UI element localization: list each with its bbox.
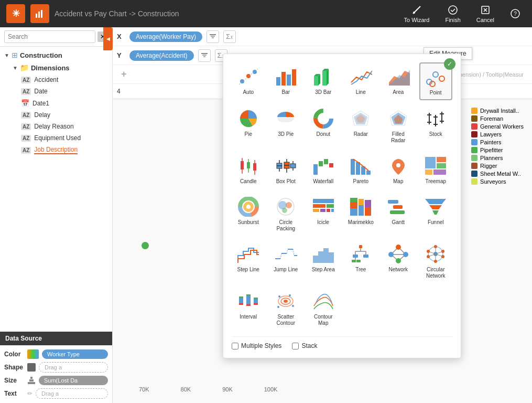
point-label: Point <box>430 90 442 96</box>
search-input[interactable] <box>4 30 95 43</box>
chart-type-treemap[interactable]: Treemap <box>419 152 453 188</box>
tree-section: ▼ ⊞ Construction ▼ 📁 Dimensions AZ Accid… <box>0 47 112 332</box>
svg-rect-100 <box>393 205 403 209</box>
help-button[interactable]: ? <box>505 6 526 21</box>
az-icon: AZ <box>21 135 31 142</box>
chart-type-3dbar[interactable]: 3D Bar <box>307 62 340 100</box>
svg-rect-148 <box>246 294 251 306</box>
svg-rect-75 <box>425 169 432 175</box>
chart-type-interval[interactable]: Interval <box>232 287 265 330</box>
line-icon <box>348 66 373 87</box>
size-pill[interactable]: Sum(Lost Da <box>39 376 108 385</box>
sunburst-icon <box>236 196 261 217</box>
chart-type-stepline[interactable]: Step Line <box>232 240 265 283</box>
wizard-button[interactable]: To Wizard <box>399 3 435 25</box>
shape-pill[interactable]: Drag a <box>39 362 108 373</box>
y-filter-button[interactable] <box>198 49 211 62</box>
steparea-label: Step Area <box>312 267 335 273</box>
svg-rect-0 <box>36 14 37 18</box>
tree-root-construction[interactable]: ▼ ⊞ Construction <box>0 49 112 61</box>
x-formula-button[interactable]: Σ𝑥 <box>223 30 236 43</box>
chart-type-sunburst[interactable]: Sunburst <box>232 193 265 236</box>
size-swatch <box>27 377 36 384</box>
sidebar-item-job-description[interactable]: AZ Job Description <box>17 144 112 156</box>
multiple-styles-checkbox-label[interactable]: Multiple Styles <box>232 342 281 349</box>
sidebar-toggle-button[interactable] <box>103 27 113 50</box>
item-label: Date1 <box>32 100 49 107</box>
chart-type-area[interactable]: Area <box>382 62 415 100</box>
chart-type-3dpie[interactable]: 3D Pie <box>269 104 303 147</box>
chart-type-marimekko[interactable]: Marimekko <box>344 193 378 236</box>
chart-type-pie[interactable]: Pie <box>232 104 265 147</box>
chart-type-icicle[interactable]: Icicle <box>307 193 340 236</box>
chart-type-gantt[interactable]: Gantt <box>382 193 415 236</box>
sidebar-item-date[interactable]: AZ Date <box>17 86 112 97</box>
modal-close-button[interactable]: ✓ <box>444 58 455 70</box>
svg-rect-68 <box>356 162 360 175</box>
search-bar: ✕ <box>0 27 112 47</box>
chart-point <box>142 242 149 249</box>
tree-icon <box>348 243 373 264</box>
chart-type-funnel[interactable]: Funnel <box>419 193 453 236</box>
dimensions-header[interactable]: ▼ 📁 Dimensions <box>8 61 112 74</box>
svg-rect-16 <box>292 69 296 86</box>
circularnetwork-label: Circular Network <box>422 267 450 279</box>
legend-color <box>471 123 477 130</box>
multiple-styles-checkbox[interactable] <box>232 343 238 349</box>
x-filter-button[interactable] <box>207 30 219 43</box>
chart-type-candle[interactable]: Candle <box>232 152 265 188</box>
chart-type-circularnetwork[interactable]: Circular Network <box>419 240 453 283</box>
dimensions-group: ▼ 📁 Dimensions AZ Accident AZ Date 📅 <box>0 61 112 156</box>
chart-type-map[interactable]: Map <box>382 152 415 188</box>
color-shelf: Color Worker Type <box>4 349 108 359</box>
svg-text:?: ? <box>514 11 517 17</box>
cancel-button[interactable]: Cancel <box>471 3 500 25</box>
legend-item-painters: Painters <box>471 139 524 145</box>
chart-type-modal: ✓ Auto <box>223 54 461 358</box>
chart-type-bar[interactable]: Bar <box>269 62 303 100</box>
chart-type-pareto[interactable]: Pareto <box>344 152 378 188</box>
chart-type-radar[interactable]: Radar <box>344 104 378 147</box>
sidebar-item-delay-reason[interactable]: AZ Delay Reason <box>17 121 112 132</box>
chart-type-scattercontour[interactable]: Scatter Contour <box>269 287 303 330</box>
chart-type-boxplot[interactable]: Box Plot <box>269 152 303 188</box>
stack-checkbox-label[interactable]: Stack <box>292 342 317 349</box>
svg-point-10 <box>240 79 244 83</box>
chart-type-auto[interactable]: Auto <box>232 62 265 100</box>
color-pill[interactable]: Worker Type <box>42 349 108 359</box>
chart-type-network[interactable]: Network <box>382 240 415 283</box>
x-axis-pill[interactable]: Average(Worker Pay) <box>129 31 202 42</box>
finish-button[interactable]: Finish <box>440 3 465 25</box>
chart-type-jumpline[interactable]: Jump Line <box>269 240 303 283</box>
y-axis-pill[interactable]: Average(Accident) <box>129 50 194 61</box>
legend-label: Painters <box>480 139 501 145</box>
pareto-icon <box>348 155 373 176</box>
candle-label: Candle <box>240 178 257 185</box>
svg-rect-17 <box>314 76 318 86</box>
sidebar-item-equipment-used[interactable]: AZ Equipment Used <box>17 132 112 144</box>
svg-rect-150 <box>246 304 251 306</box>
stack-checkbox[interactable] <box>292 343 299 349</box>
chart-type-filledradar[interactable]: Filled Radar <box>382 104 415 147</box>
chart-type-stock[interactable]: Stock <box>419 104 453 147</box>
sidebar-item-delay[interactable]: AZ Delay <box>17 109 112 121</box>
add-axis-button[interactable]: + <box>121 69 127 80</box>
item-label: Job Description <box>34 146 78 154</box>
chart-type-donut[interactable]: Donut <box>307 104 340 147</box>
chart-type-circlepacking[interactable]: Circle Packing <box>269 193 303 236</box>
donut-icon <box>311 108 336 129</box>
chart-type-steparea[interactable]: Step Area <box>307 240 340 283</box>
chart-type-waterfall[interactable]: Waterfall <box>307 152 340 188</box>
chart-type-contourmap[interactable]: Contour Map <box>307 287 340 330</box>
svg-marker-104 <box>432 210 439 215</box>
text-pill[interactable]: Drag a <box>36 388 108 399</box>
sidebar-item-date1[interactable]: 📅 Date1 <box>17 97 112 109</box>
table-icon: ⊞ <box>12 51 18 59</box>
svg-rect-74 <box>437 163 446 168</box>
folder-icon: 📁 <box>20 63 29 72</box>
stock-icon <box>423 108 448 129</box>
funnel-label: Funnel <box>428 219 444 226</box>
chart-type-tree[interactable]: Tree <box>344 240 378 283</box>
chart-type-line[interactable]: Line <box>344 62 378 100</box>
sidebar-item-accident[interactable]: AZ Accident <box>17 74 112 86</box>
